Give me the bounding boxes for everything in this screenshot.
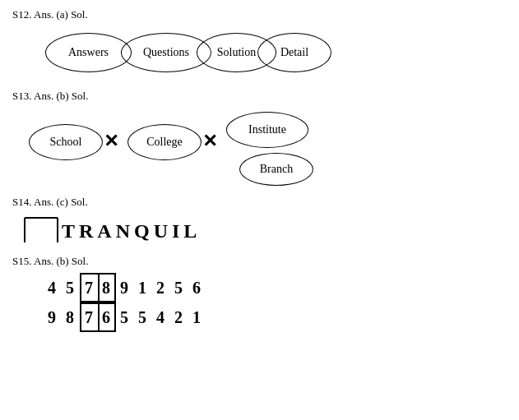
s14-label: S14. Ans. (c) Sol. [12,196,507,209]
num-2-1: 2 [152,275,170,301]
page: S12. Ans. (a) Sol. Answers Questions Sol… [0,0,519,350]
s12-diagram: Answers Questions Solution Detail [29,26,507,80]
ellipse-school: School [29,124,103,160]
section-s15: S15. Ans. (b) Sol. 4 5 7 8 9 1 2 5 6 9 8 [12,255,507,332]
num-5b-1: 5 [170,275,188,301]
s14-diagram: TRANQUIL [21,214,507,245]
ellipse-college-label: College [146,136,183,149]
section-s13: S13. Ans. (b) Sol. School ✕ College ✕ In… [12,90,507,186]
num-7-2: 7 [81,304,98,330]
ellipse-questions-label: Questions [143,46,189,59]
ellipse-solution-label: Solution [217,46,256,59]
ellipse-college: College [127,124,202,160]
s15-numbers: 4 5 7 8 9 1 2 5 6 9 8 7 6 5 [44,273,507,332]
s13-label: S13. Ans. (b) Sol. [12,90,507,103]
cross-1: ✕ [104,131,118,152]
num-2-2: 2 [170,304,188,330]
tranquil-word: TRANQUIL [62,220,201,242]
ellipse-detail: Detail [257,33,331,72]
boxed-group-2: 7 6 [80,302,116,332]
ellipse-branch-label: Branch [260,163,293,176]
num-1-2: 1 [188,304,206,330]
s15-label: S15. Ans. (b) Sol. [12,255,507,268]
bracket-svg [21,214,62,245]
ellipse-answers: Answers [45,33,132,72]
num-6-1: 6 [188,275,206,301]
ellipse-branch: Branch [239,153,313,186]
number-row-1: 4 5 7 8 9 1 2 5 6 [44,273,507,302]
boxed-group-1: 7 8 [80,273,116,302]
num-7-1: 7 [81,275,98,301]
num-5-1: 5 [62,275,80,301]
section-s14: S14. Ans. (c) Sol. TRANQUIL [12,196,507,245]
num-4-1: 4 [44,275,62,301]
ellipse-institute-label: Institute [248,123,286,136]
num-8-2: 8 [62,304,80,330]
ellipse-school-label: School [50,136,82,149]
num-8-1: 8 [98,275,114,301]
section-s12: S12. Ans. (a) Sol. Answers Questions Sol… [12,8,507,80]
num-5-2: 5 [116,304,134,330]
s13-diagram: School ✕ College ✕ Institute Branch [21,108,507,186]
s12-label: S12. Ans. (a) Sol. [12,8,507,21]
ellipse-institute: Institute [226,112,308,148]
num-6-2: 6 [98,304,114,330]
cross-2: ✕ [202,131,217,152]
number-row-2: 9 8 7 6 5 5 4 2 1 [44,302,507,332]
num-5b-2: 5 [134,304,152,330]
ellipse-detail-label: Detail [280,46,308,59]
num-4-2: 4 [152,304,170,330]
num-9-2: 9 [44,304,62,330]
num-9-1: 9 [116,275,134,301]
ellipse-answers-label: Answers [68,46,109,59]
num-1-1: 1 [134,275,152,301]
